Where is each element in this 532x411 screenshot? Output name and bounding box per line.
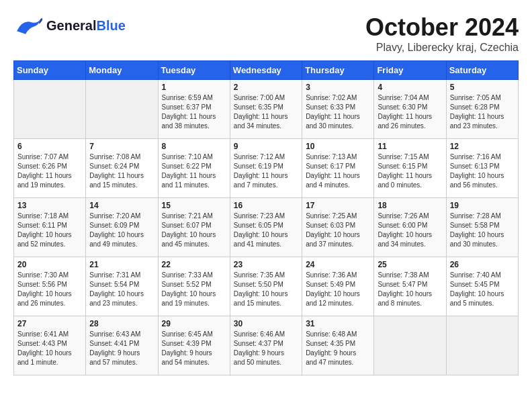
calendar-cell: 28Sunrise: 6:43 AM Sunset: 4:41 PM Dayli…: [86, 316, 158, 375]
calendar-cell: 25Sunrise: 7:38 AM Sunset: 5:47 PM Dayli…: [374, 257, 446, 316]
day-info: Sunrise: 7:38 AM Sunset: 5:47 PM Dayligh…: [378, 271, 442, 308]
calendar-cell: [446, 316, 518, 375]
day-info: Sunrise: 6:41 AM Sunset: 4:43 PM Dayligh…: [17, 330, 82, 367]
day-info: Sunrise: 7:25 AM Sunset: 6:03 PM Dayligh…: [306, 212, 370, 249]
day-info: Sunrise: 6:43 AM Sunset: 4:41 PM Dayligh…: [89, 330, 154, 367]
day-number: 24: [306, 260, 370, 269]
calendar-cell: 3Sunrise: 7:02 AM Sunset: 6:33 PM Daylig…: [302, 80, 374, 139]
calendar-cell: 31Sunrise: 6:48 AM Sunset: 4:35 PM Dayli…: [302, 316, 374, 375]
day-number: 7: [89, 142, 154, 151]
weekday-header-wednesday: Wednesday: [230, 61, 302, 80]
month-title: October 2024: [365, 13, 519, 42]
day-number: 10: [306, 142, 370, 151]
calendar-cell: 11Sunrise: 7:15 AM Sunset: 6:15 PM Dayli…: [374, 139, 446, 198]
day-number: 26: [450, 260, 515, 269]
logo-text: GeneralBlue: [46, 18, 126, 33]
calendar-cell: 30Sunrise: 6:46 AM Sunset: 4:37 PM Dayli…: [230, 316, 302, 375]
day-info: Sunrise: 7:35 AM Sunset: 5:50 PM Dayligh…: [234, 271, 298, 308]
day-number: 23: [234, 260, 298, 269]
day-number: 12: [450, 142, 515, 151]
logo-icon: [13, 13, 44, 37]
day-number: 9: [234, 142, 298, 151]
calendar-cell: 7Sunrise: 7:08 AM Sunset: 6:24 PM Daylig…: [86, 139, 158, 198]
weekday-header-row: SundayMondayTuesdayWednesdayThursdayFrid…: [14, 61, 519, 80]
calendar-cell: [374, 316, 446, 375]
day-info: Sunrise: 7:13 AM Sunset: 6:17 PM Dayligh…: [306, 152, 370, 190]
day-number: 8: [162, 142, 226, 151]
calendar-cell: 13Sunrise: 7:18 AM Sunset: 6:11 PM Dayli…: [14, 198, 86, 257]
day-number: 18: [378, 201, 442, 210]
day-info: Sunrise: 6:45 AM Sunset: 4:39 PM Dayligh…: [162, 330, 226, 367]
day-number: 25: [378, 260, 442, 269]
day-number: 27: [17, 319, 82, 328]
weekday-header-sunday: Sunday: [14, 61, 86, 80]
calendar-week-3: 13Sunrise: 7:18 AM Sunset: 6:11 PM Dayli…: [14, 198, 519, 257]
day-info: Sunrise: 7:02 AM Sunset: 6:33 PM Dayligh…: [306, 93, 370, 131]
day-info: Sunrise: 6:59 AM Sunset: 6:37 PM Dayligh…: [162, 93, 226, 131]
calendar-cell: [14, 80, 86, 139]
day-number: 15: [162, 201, 226, 210]
day-number: 19: [450, 201, 515, 210]
calendar-cell: 22Sunrise: 7:33 AM Sunset: 5:52 PM Dayli…: [158, 257, 230, 316]
calendar-cell: 23Sunrise: 7:35 AM Sunset: 5:50 PM Dayli…: [230, 257, 302, 316]
calendar-cell: 4Sunrise: 7:04 AM Sunset: 6:30 PM Daylig…: [374, 80, 446, 139]
calendar-week-2: 6Sunrise: 7:07 AM Sunset: 6:26 PM Daylig…: [14, 139, 519, 198]
calendar-week-1: 1Sunrise: 6:59 AM Sunset: 6:37 PM Daylig…: [14, 80, 519, 139]
day-number: 3: [306, 83, 370, 92]
day-number: 5: [450, 83, 515, 92]
day-info: Sunrise: 7:28 AM Sunset: 5:58 PM Dayligh…: [450, 212, 515, 249]
logo: GeneralBlue: [13, 13, 126, 37]
day-number: 22: [162, 260, 226, 269]
day-info: Sunrise: 7:23 AM Sunset: 6:05 PM Dayligh…: [234, 212, 298, 249]
day-number: 16: [234, 201, 298, 210]
calendar-cell: 19Sunrise: 7:28 AM Sunset: 5:58 PM Dayli…: [446, 198, 518, 257]
day-info: Sunrise: 7:10 AM Sunset: 6:22 PM Dayligh…: [162, 152, 226, 190]
day-info: Sunrise: 7:33 AM Sunset: 5:52 PM Dayligh…: [162, 271, 226, 308]
day-number: 28: [89, 319, 154, 328]
location: Plavy, Liberecky kraj, Czechia: [365, 42, 519, 54]
calendar-table: SundayMondayTuesdayWednesdayThursdayFrid…: [13, 60, 519, 375]
calendar-cell: 1Sunrise: 6:59 AM Sunset: 6:37 PM Daylig…: [158, 80, 230, 139]
calendar-cell: 2Sunrise: 7:00 AM Sunset: 6:35 PM Daylig…: [230, 80, 302, 139]
day-info: Sunrise: 6:46 AM Sunset: 4:37 PM Dayligh…: [234, 330, 298, 367]
weekday-header-thursday: Thursday: [302, 61, 374, 80]
day-number: 1: [162, 83, 226, 92]
calendar-cell: 20Sunrise: 7:30 AM Sunset: 5:56 PM Dayli…: [14, 257, 86, 316]
day-info: Sunrise: 7:21 AM Sunset: 6:07 PM Dayligh…: [162, 212, 226, 249]
day-number: 4: [378, 83, 442, 92]
day-info: Sunrise: 7:30 AM Sunset: 5:56 PM Dayligh…: [17, 271, 82, 308]
day-info: Sunrise: 7:07 AM Sunset: 6:26 PM Dayligh…: [17, 152, 82, 190]
title-block: October 2024 Plavy, Liberecky kraj, Czec…: [365, 13, 519, 54]
day-number: 31: [306, 319, 370, 328]
calendar-cell: 16Sunrise: 7:23 AM Sunset: 6:05 PM Dayli…: [230, 198, 302, 257]
calendar-cell: 9Sunrise: 7:12 AM Sunset: 6:19 PM Daylig…: [230, 139, 302, 198]
calendar-week-5: 27Sunrise: 6:41 AM Sunset: 4:43 PM Dayli…: [14, 316, 519, 375]
day-info: Sunrise: 7:04 AM Sunset: 6:30 PM Dayligh…: [378, 93, 442, 131]
day-info: Sunrise: 7:36 AM Sunset: 5:49 PM Dayligh…: [306, 271, 370, 308]
day-info: Sunrise: 7:20 AM Sunset: 6:09 PM Dayligh…: [89, 212, 154, 249]
day-number: 17: [306, 201, 370, 210]
day-info: Sunrise: 7:18 AM Sunset: 6:11 PM Dayligh…: [17, 212, 82, 249]
weekday-header-friday: Friday: [374, 61, 446, 80]
calendar-cell: 21Sunrise: 7:31 AM Sunset: 5:54 PM Dayli…: [86, 257, 158, 316]
page-header: GeneralBlue October 2024 Plavy, Libereck…: [13, 13, 519, 54]
calendar-cell: 17Sunrise: 7:25 AM Sunset: 6:03 PM Dayli…: [302, 198, 374, 257]
day-info: Sunrise: 7:40 AM Sunset: 5:45 PM Dayligh…: [450, 271, 515, 308]
weekday-header-saturday: Saturday: [446, 61, 518, 80]
day-info: Sunrise: 7:00 AM Sunset: 6:35 PM Dayligh…: [234, 93, 298, 131]
day-number: 11: [378, 142, 442, 151]
calendar-cell: 6Sunrise: 7:07 AM Sunset: 6:26 PM Daylig…: [14, 139, 86, 198]
weekday-header-tuesday: Tuesday: [158, 61, 230, 80]
calendar-cell: 29Sunrise: 6:45 AM Sunset: 4:39 PM Dayli…: [158, 316, 230, 375]
day-info: Sunrise: 7:31 AM Sunset: 5:54 PM Dayligh…: [89, 271, 154, 308]
calendar-cell: 8Sunrise: 7:10 AM Sunset: 6:22 PM Daylig…: [158, 139, 230, 198]
calendar-cell: 5Sunrise: 7:05 AM Sunset: 6:28 PM Daylig…: [446, 80, 518, 139]
day-info: Sunrise: 7:05 AM Sunset: 6:28 PM Dayligh…: [450, 93, 515, 131]
day-info: Sunrise: 7:16 AM Sunset: 6:13 PM Dayligh…: [450, 152, 515, 190]
day-info: Sunrise: 6:48 AM Sunset: 4:35 PM Dayligh…: [306, 330, 370, 367]
calendar-week-4: 20Sunrise: 7:30 AM Sunset: 5:56 PM Dayli…: [14, 257, 519, 316]
calendar-cell: 14Sunrise: 7:20 AM Sunset: 6:09 PM Dayli…: [86, 198, 158, 257]
day-info: Sunrise: 7:15 AM Sunset: 6:15 PM Dayligh…: [378, 152, 442, 190]
day-number: 29: [162, 319, 226, 328]
day-number: 20: [17, 260, 82, 269]
